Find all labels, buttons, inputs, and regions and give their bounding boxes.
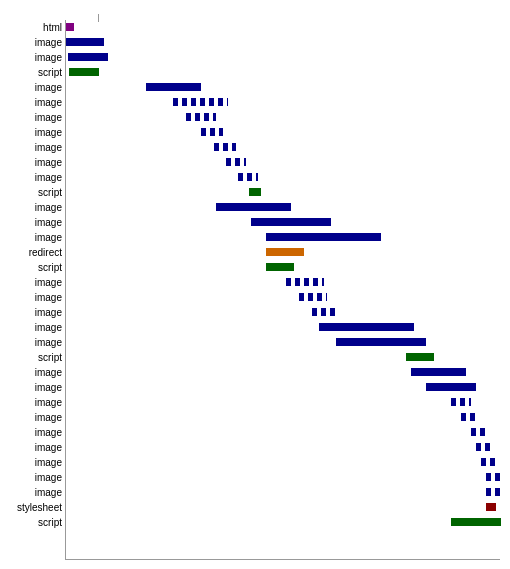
row-label-7: image: [0, 128, 62, 138]
bar-9: [226, 158, 246, 166]
row-label-16: script: [0, 263, 62, 273]
bar-17: [286, 278, 324, 286]
row-label-30: image: [0, 473, 62, 483]
bar-12: [216, 203, 291, 211]
bar-30: [486, 473, 500, 481]
row-label-0: html: [0, 23, 62, 33]
chart-container: htmlimageimagescriptimageimageimageimage…: [0, 0, 510, 569]
row-label-10: image: [0, 173, 62, 183]
row-label-8: image: [0, 143, 62, 153]
row-label-21: image: [0, 338, 62, 348]
row-label-3: script: [0, 68, 62, 78]
row-label-4: image: [0, 83, 62, 93]
row-label-18: image: [0, 293, 62, 303]
bar-16: [266, 263, 294, 271]
row-label-6: image: [0, 113, 62, 123]
row-label-32: stylesheet: [0, 503, 62, 513]
bar-7: [201, 128, 223, 136]
bar-23: [411, 368, 466, 376]
row-label-5: image: [0, 98, 62, 108]
bar-6: [186, 113, 216, 121]
bar-13: [251, 218, 331, 226]
row-label-15: redirect: [0, 248, 62, 258]
bar-32: [486, 503, 496, 511]
bar-21: [336, 338, 426, 346]
row-label-9: image: [0, 158, 62, 168]
bar-27: [471, 428, 487, 436]
bar-20: [319, 323, 414, 331]
bar-26: [461, 413, 479, 421]
row-label-23: image: [0, 368, 62, 378]
bar-31: [486, 488, 500, 496]
bar-19: [312, 308, 337, 316]
row-label-24: image: [0, 383, 62, 393]
row-label-17: image: [0, 278, 62, 288]
row-label-11: script: [0, 188, 62, 198]
row-label-33: script: [0, 518, 62, 528]
bar-18: [299, 293, 327, 301]
bar-14: [266, 233, 381, 241]
row-label-19: image: [0, 308, 62, 318]
bar-29: [481, 458, 495, 466]
bar-25: [451, 398, 471, 406]
row-label-28: image: [0, 443, 62, 453]
row-label-25: image: [0, 398, 62, 408]
row-label-1: image: [0, 38, 62, 48]
row-label-12: image: [0, 203, 62, 213]
bar-5: [173, 98, 228, 106]
row-label-22: script: [0, 353, 62, 363]
chart-area: [65, 20, 500, 560]
row-label-14: image: [0, 233, 62, 243]
row-label-31: image: [0, 488, 62, 498]
row-label-2: image: [0, 53, 62, 63]
row-label-13: image: [0, 218, 62, 228]
row-label-29: image: [0, 458, 62, 468]
bar-4: [146, 83, 201, 91]
bar-8: [214, 143, 236, 151]
bar-33: [451, 518, 501, 526]
bar-0: [66, 23, 74, 31]
row-label-20: image: [0, 323, 62, 333]
bar-1: [66, 38, 104, 46]
bar-10: [238, 173, 258, 181]
bar-3: [69, 68, 99, 76]
row-label-26: image: [0, 413, 62, 423]
bar-2: [68, 53, 108, 61]
bar-15: [266, 248, 304, 256]
bar-11: [249, 188, 261, 196]
bar-24: [426, 383, 476, 391]
bar-22: [406, 353, 434, 361]
bar-28: [476, 443, 492, 451]
row-label-27: image: [0, 428, 62, 438]
